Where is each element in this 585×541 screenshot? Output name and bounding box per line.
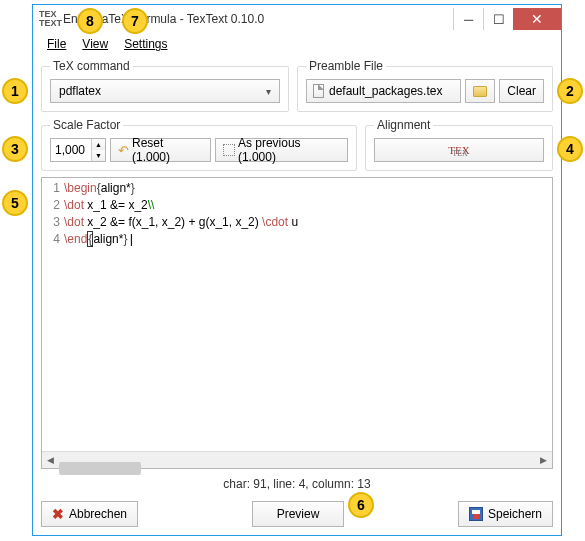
tex-command-combo[interactable]: pdflatex ▾ xyxy=(50,79,280,103)
callout-2: 2 xyxy=(557,78,583,104)
preview-button[interactable]: Preview xyxy=(252,501,345,527)
callout-1: 1 xyxy=(2,78,28,104)
preamble-file-chip[interactable]: default_packages.tex xyxy=(306,79,461,103)
tex-command-value: pdflatex xyxy=(59,84,101,98)
scale-legend: Scale Factor xyxy=(50,118,123,132)
h-scrollbar[interactable]: ◀ ▶ xyxy=(42,451,552,468)
clear-button[interactable]: Clear xyxy=(499,79,544,103)
callout-6: 6 xyxy=(348,492,374,518)
cancel-button[interactable]: ✖Abbrechen xyxy=(41,501,138,527)
cancel-icon: ✖ xyxy=(52,506,64,522)
alignment-button[interactable]: TEX xyxy=(374,138,544,162)
menu-view[interactable]: View xyxy=(76,35,114,53)
reset-button[interactable]: ↶Reset (1.000) xyxy=(110,138,211,162)
close-button[interactable]: ✕ xyxy=(513,8,561,30)
alignment-icon: TEX xyxy=(448,144,469,156)
titlebar: TEX TEXT Enter LaTeX Formula - TexText 0… xyxy=(33,5,561,33)
menu-file[interactable]: File xyxy=(41,35,72,53)
undo-icon: ↶ xyxy=(118,143,129,158)
tex-command-group: TeX command pdflatex ▾ xyxy=(41,59,289,112)
chevron-down-icon: ▾ xyxy=(266,86,271,97)
save-icon xyxy=(469,507,483,521)
preamble-legend: Preamble File xyxy=(306,59,386,73)
app-icon: TEX TEXT xyxy=(39,10,57,28)
as-previous-icon xyxy=(223,144,235,156)
scroll-left-icon[interactable]: ◀ xyxy=(42,452,59,469)
scroll-right-icon[interactable]: ▶ xyxy=(535,452,552,469)
editor-container: 1\begin{align*} 2\dot x_1 &= x_2\\ 3\dot… xyxy=(41,177,553,469)
spinner-buttons[interactable]: ▲▼ xyxy=(91,139,105,161)
scale-input[interactable] xyxy=(51,139,91,161)
browse-button[interactable] xyxy=(465,79,495,103)
folder-icon xyxy=(473,86,487,97)
callout-5: 5 xyxy=(2,190,28,216)
preamble-filename: default_packages.tex xyxy=(329,84,442,98)
save-button[interactable]: Speichern xyxy=(458,501,553,527)
scroll-thumb[interactable] xyxy=(59,462,141,475)
preamble-group: Preamble File default_packages.tex Clear xyxy=(297,59,553,112)
minimize-button[interactable]: ─ xyxy=(453,8,483,30)
app-window: TEX TEXT Enter LaTeX Formula - TexText 0… xyxy=(32,4,562,536)
scale-spinner[interactable]: ▲▼ xyxy=(50,138,106,162)
maximize-button[interactable]: ☐ xyxy=(483,8,513,30)
menubar: File View Settings xyxy=(33,33,561,55)
callout-4: 4 xyxy=(557,136,583,162)
alignment-group: Alignment TEX xyxy=(365,118,553,171)
code-editor[interactable]: 1\begin{align*} 2\dot x_1 &= x_2\\ 3\dot… xyxy=(42,178,552,451)
client-area: TeX command pdflatex ▾ Preamble File def… xyxy=(33,55,561,535)
file-icon xyxy=(313,84,324,98)
status-bar: char: 91, line: 4, column: 13 xyxy=(41,475,553,495)
callout-3: 3 xyxy=(2,136,28,162)
tex-command-legend: TeX command xyxy=(50,59,133,73)
alignment-legend: Alignment xyxy=(374,118,433,132)
as-previous-button[interactable]: As previous (1.000) xyxy=(215,138,348,162)
scale-group: Scale Factor ▲▼ ↶Reset (1.000) As previo… xyxy=(41,118,357,171)
callout-8: 8 xyxy=(77,8,103,34)
callout-7: 7 xyxy=(122,8,148,34)
menu-settings[interactable]: Settings xyxy=(118,35,173,53)
